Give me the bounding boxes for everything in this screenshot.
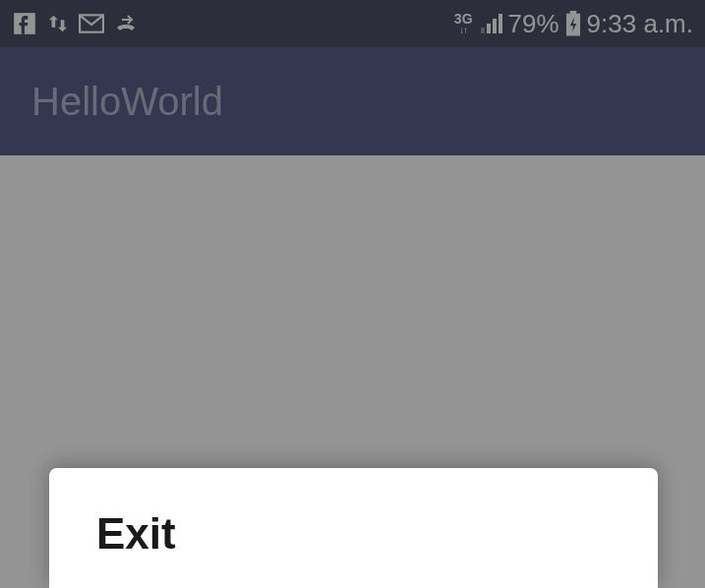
exit-dialog: Exit (49, 468, 658, 588)
screen: 3G ↓↑ 79% 9:33 a.m. HelloWorld Exit (0, 0, 705, 588)
dialog-title: Exit (96, 509, 611, 559)
